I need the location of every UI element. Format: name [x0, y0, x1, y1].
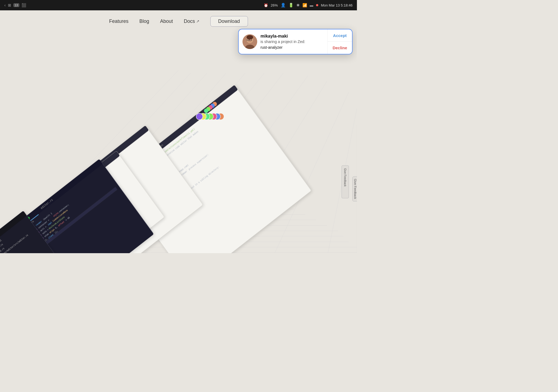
notification-project: rust-analyzer: [260, 45, 305, 50]
notification-badge[interactable]: 13: [13, 3, 19, 7]
nav-about[interactable]: About: [160, 19, 173, 24]
app-content: Features Blog About Docs ↗ Download: [0, 13, 357, 253]
nav-features[interactable]: Features: [109, 19, 128, 24]
notification-username: mikayla-maki: [260, 34, 305, 39]
datetime-display: Mon Mar 13 5:18:46: [321, 3, 353, 7]
bluetooth-icon: ✱: [296, 3, 300, 7]
menubar-left: ‹ ⊞ 13 ⬛: [4, 0, 26, 10]
svg-point-7: [247, 35, 253, 39]
battery-percent: 26%: [271, 3, 278, 7]
screen-share-icon[interactable]: ⬛: [22, 3, 26, 7]
notification-content: mikayla-maki is sharing a project in Zed…: [239, 29, 327, 54]
notification-message: is sharing a project in Zed:: [260, 39, 305, 45]
display-icon: ▬: [310, 3, 313, 7]
avatar-icon: 👤: [281, 3, 286, 8]
layout-icon[interactable]: ⊞: [8, 3, 11, 7]
code-editor-visual: settings.json [{C}](https://github.com/z…: [0, 29, 357, 253]
download-button[interactable]: Download: [210, 16, 248, 27]
decline-button[interactable]: Decline: [328, 42, 352, 54]
wifi-icon: 📶: [302, 3, 307, 7]
notification-text: mikayla-maki is sharing a project in Zed…: [260, 34, 305, 50]
notification-popup: mikayla-maki is sharing a project in Zed…: [238, 29, 353, 54]
clock-icon: ⏰: [264, 3, 268, 7]
external-link-icon: ↗: [196, 19, 199, 23]
notification-actions: Accept Decline: [327, 29, 352, 54]
menu-bar: ‹ ⊞ 13 ⬛ ⏰ 26% 👤 🔋 ✱ 📶 ▬ Mon Mar 13 5:18…: [0, 0, 357, 10]
nav-docs[interactable]: Docs ↗: [184, 19, 199, 24]
notification-avatar: [242, 34, 257, 49]
back-icon[interactable]: ‹: [4, 3, 6, 7]
navigation-bar: Features Blog About Docs ↗ Download: [0, 13, 357, 29]
battery-icon: 🔋: [289, 3, 294, 8]
nav-blog[interactable]: Blog: [139, 19, 149, 24]
svg-text:Give Feedback: Give Feedback: [344, 168, 347, 187]
status-indicator: [316, 4, 318, 6]
accept-button[interactable]: Accept: [328, 29, 352, 42]
menubar-right: ⏰ 26% 👤 🔋 ✱ 📶 ▬ Mon Mar 13 5:18:46: [264, 0, 353, 10]
svg-point-157: [196, 113, 203, 120]
feedback-tab[interactable]: Give Feedback: [352, 176, 357, 201]
